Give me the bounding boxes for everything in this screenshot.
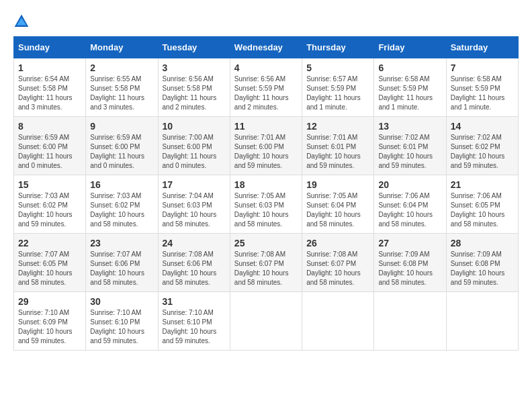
day-info: Sunrise: 7:04 AM Sunset: 6:03 PM Dayligh…	[163, 191, 226, 229]
calendar-cell: 30 Sunrise: 7:10 AM Sunset: 6:10 PM Dayl…	[86, 292, 158, 351]
calendar-table: SundayMondayTuesdayWednesdayThursdayFrid…	[13, 36, 519, 351]
page-header	[13, 13, 519, 30]
day-info: Sunrise: 7:10 AM Sunset: 6:09 PM Dayligh…	[18, 308, 81, 346]
day-info: Sunrise: 7:07 AM Sunset: 6:05 PM Dayligh…	[18, 250, 81, 287]
header-day-tuesday: Tuesday	[158, 37, 230, 58]
day-number: 21	[451, 179, 514, 190]
day-number: 19	[306, 179, 369, 190]
day-number: 8	[18, 121, 81, 132]
header-day-wednesday: Wednesday	[230, 37, 302, 58]
calendar-week-row: 22 Sunrise: 7:07 AM Sunset: 6:05 PM Dayl…	[14, 234, 519, 292]
day-number: 31	[163, 296, 226, 307]
day-info: Sunrise: 7:02 AM Sunset: 6:01 PM Dayligh…	[378, 133, 441, 171]
day-number: 20	[378, 179, 441, 190]
day-info: Sunrise: 7:08 AM Sunset: 6:06 PM Dayligh…	[163, 250, 226, 287]
calendar-cell: 17 Sunrise: 7:04 AM Sunset: 6:03 PM Dayl…	[158, 175, 230, 234]
day-number: 11	[234, 121, 298, 132]
calendar-week-row: 1 Sunrise: 6:54 AM Sunset: 5:58 PM Dayli…	[14, 58, 519, 117]
calendar-week-row: 15 Sunrise: 7:03 AM Sunset: 6:02 PM Dayl…	[14, 175, 519, 234]
calendar-cell	[446, 292, 518, 351]
calendar-cell: 13 Sunrise: 7:02 AM Sunset: 6:01 PM Dayl…	[374, 117, 446, 175]
calendar-cell: 14 Sunrise: 7:02 AM Sunset: 6:02 PM Dayl…	[446, 117, 518, 175]
calendar-cell: 11 Sunrise: 7:01 AM Sunset: 6:00 PM Dayl…	[230, 117, 302, 175]
calendar-week-row: 8 Sunrise: 6:59 AM Sunset: 6:00 PM Dayli…	[14, 117, 519, 175]
day-number: 17	[163, 179, 226, 190]
calendar-cell	[230, 292, 302, 351]
day-info: Sunrise: 7:07 AM Sunset: 6:06 PM Dayligh…	[90, 250, 153, 287]
day-info: Sunrise: 7:05 AM Sunset: 6:04 PM Dayligh…	[306, 191, 369, 229]
day-number: 28	[451, 238, 514, 248]
day-info: Sunrise: 7:06 AM Sunset: 6:04 PM Dayligh…	[378, 191, 441, 229]
day-number: 9	[90, 121, 153, 132]
day-info: Sunrise: 7:03 AM Sunset: 6:02 PM Dayligh…	[90, 191, 153, 229]
day-number: 26	[306, 238, 369, 248]
calendar-cell: 26 Sunrise: 7:08 AM Sunset: 6:07 PM Dayl…	[302, 234, 374, 292]
day-number: 3	[163, 62, 226, 73]
day-number: 15	[18, 179, 81, 190]
header-day-monday: Monday	[86, 37, 158, 58]
calendar-cell: 8 Sunrise: 6:59 AM Sunset: 6:00 PM Dayli…	[14, 117, 86, 175]
day-info: Sunrise: 7:08 AM Sunset: 6:07 PM Dayligh…	[306, 250, 369, 287]
calendar-cell: 4 Sunrise: 6:56 AM Sunset: 5:59 PM Dayli…	[230, 58, 302, 117]
calendar-cell: 23 Sunrise: 7:07 AM Sunset: 6:06 PM Dayl…	[86, 234, 158, 292]
day-number: 2	[90, 62, 153, 73]
day-info: Sunrise: 6:57 AM Sunset: 5:59 PM Dayligh…	[306, 75, 369, 112]
day-info: Sunrise: 7:01 AM Sunset: 6:01 PM Dayligh…	[306, 133, 369, 171]
calendar-cell: 21 Sunrise: 7:06 AM Sunset: 6:05 PM Dayl…	[446, 175, 518, 234]
calendar-cell: 3 Sunrise: 6:56 AM Sunset: 5:58 PM Dayli…	[158, 58, 230, 117]
header-day-friday: Friday	[374, 37, 446, 58]
day-number: 14	[451, 121, 514, 132]
day-info: Sunrise: 7:09 AM Sunset: 6:08 PM Dayligh…	[451, 250, 514, 287]
day-number: 29	[18, 296, 81, 307]
day-info: Sunrise: 6:55 AM Sunset: 5:58 PM Dayligh…	[90, 75, 153, 112]
calendar-cell: 12 Sunrise: 7:01 AM Sunset: 6:01 PM Dayl…	[302, 117, 374, 175]
calendar-cell: 28 Sunrise: 7:09 AM Sunset: 6:08 PM Dayl…	[446, 234, 518, 292]
day-number: 7	[451, 62, 514, 73]
day-number: 10	[163, 121, 226, 132]
day-info: Sunrise: 7:05 AM Sunset: 6:03 PM Dayligh…	[234, 191, 298, 229]
day-number: 16	[90, 179, 153, 190]
calendar-cell: 18 Sunrise: 7:05 AM Sunset: 6:03 PM Dayl…	[230, 175, 302, 234]
header-day-saturday: Saturday	[446, 37, 518, 58]
header-day-thursday: Thursday	[302, 37, 374, 58]
day-info: Sunrise: 6:56 AM Sunset: 5:58 PM Dayligh…	[163, 75, 226, 112]
calendar-cell: 20 Sunrise: 7:06 AM Sunset: 6:04 PM Dayl…	[374, 175, 446, 234]
day-info: Sunrise: 7:00 AM Sunset: 6:00 PM Dayligh…	[163, 133, 226, 171]
calendar-week-row: 29 Sunrise: 7:10 AM Sunset: 6:09 PM Dayl…	[14, 292, 519, 351]
day-info: Sunrise: 6:54 AM Sunset: 5:58 PM Dayligh…	[18, 75, 81, 112]
day-number: 1	[18, 62, 81, 73]
day-info: Sunrise: 6:58 AM Sunset: 5:59 PM Dayligh…	[451, 75, 514, 112]
day-number: 24	[163, 238, 226, 248]
day-info: Sunrise: 6:58 AM Sunset: 5:59 PM Dayligh…	[378, 75, 441, 112]
day-info: Sunrise: 7:09 AM Sunset: 6:08 PM Dayligh…	[378, 250, 441, 287]
calendar-cell: 2 Sunrise: 6:55 AM Sunset: 5:58 PM Dayli…	[86, 58, 158, 117]
calendar-cell: 10 Sunrise: 7:00 AM Sunset: 6:00 PM Dayl…	[158, 117, 230, 175]
day-number: 22	[18, 238, 81, 248]
calendar-cell: 19 Sunrise: 7:05 AM Sunset: 6:04 PM Dayl…	[302, 175, 374, 234]
day-number: 6	[378, 62, 441, 73]
day-info: Sunrise: 6:56 AM Sunset: 5:59 PM Dayligh…	[234, 75, 298, 112]
day-info: Sunrise: 7:03 AM Sunset: 6:02 PM Dayligh…	[18, 191, 81, 229]
day-number: 30	[90, 296, 153, 307]
logo	[13, 13, 32, 30]
calendar-cell: 7 Sunrise: 6:58 AM Sunset: 5:59 PM Dayli…	[446, 58, 518, 117]
day-number: 18	[234, 179, 298, 190]
calendar-cell: 1 Sunrise: 6:54 AM Sunset: 5:58 PM Dayli…	[14, 58, 86, 117]
day-number: 12	[306, 121, 369, 132]
day-number: 23	[90, 238, 153, 248]
calendar-cell: 27 Sunrise: 7:09 AM Sunset: 6:08 PM Dayl…	[374, 234, 446, 292]
day-info: Sunrise: 6:59 AM Sunset: 6:00 PM Dayligh…	[18, 133, 81, 171]
header-day-sunday: Sunday	[14, 37, 86, 58]
day-info: Sunrise: 7:08 AM Sunset: 6:07 PM Dayligh…	[234, 250, 298, 287]
day-number: 25	[234, 238, 298, 248]
calendar-cell: 24 Sunrise: 7:08 AM Sunset: 6:06 PM Dayl…	[158, 234, 230, 292]
calendar-cell: 9 Sunrise: 6:59 AM Sunset: 6:00 PM Dayli…	[86, 117, 158, 175]
calendar-cell: 22 Sunrise: 7:07 AM Sunset: 6:05 PM Dayl…	[14, 234, 86, 292]
calendar-cell: 31 Sunrise: 7:10 AM Sunset: 6:10 PM Dayl…	[158, 292, 230, 351]
day-info: Sunrise: 7:01 AM Sunset: 6:00 PM Dayligh…	[234, 133, 298, 171]
calendar-header-row: SundayMondayTuesdayWednesdayThursdayFrid…	[14, 37, 519, 58]
day-info: Sunrise: 7:02 AM Sunset: 6:02 PM Dayligh…	[451, 133, 514, 171]
calendar-cell: 6 Sunrise: 6:58 AM Sunset: 5:59 PM Dayli…	[374, 58, 446, 117]
calendar-cell: 25 Sunrise: 7:08 AM Sunset: 6:07 PM Dayl…	[230, 234, 302, 292]
day-info: Sunrise: 7:06 AM Sunset: 6:05 PM Dayligh…	[451, 191, 514, 229]
